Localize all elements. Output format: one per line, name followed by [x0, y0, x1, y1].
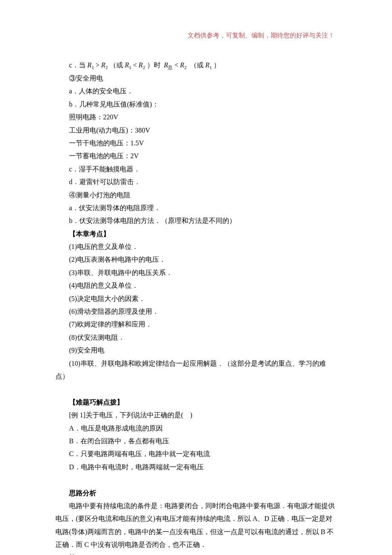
blank-line-2 [55, 474, 337, 486]
keypoint-8: (8)伏安法测电阻． [55, 331, 337, 344]
keypoint-5: (5)决定电阻大小的因素． [55, 292, 337, 305]
equation-line-c: c．当 R1 > R2 （或 R1 < R2 ）时 R总 < R2 （或 R1 … [55, 59, 337, 72]
line-lighting: 照明电路：220V [55, 111, 337, 124]
analysis-body: 电路中要有持续电流的条件是：电路要闭合，同时闭合电路中要有电源．有电源才能提供电… [55, 500, 337, 552]
eq-close1: ）时 [147, 61, 161, 69]
keypoint-10-text: (10)串联、并联电路和欧姆定律结合一起应用解题．（这部分是考试的重点、学习的难… [55, 360, 326, 380]
example-1-option-c: C．只要电路两端有电压，电路中就一定有电流 [55, 448, 337, 460]
keypoint-10: (10)串联、并联电路和欧姆定律结合一起应用解题．（这部分是考试的重点、学习的难… [55, 357, 337, 383]
line-3a: a．人体的安全电压． [55, 85, 337, 98]
keypoint-1: (1)电压的意义及单位． [55, 240, 337, 253]
keypoints-title: 【本章考点】 [55, 228, 337, 240]
eq-or1: （或 [110, 61, 123, 69]
hard-problems-title: 【难题巧解点拨】 [55, 396, 337, 409]
line-3c: c．湿手不能触摸电器． [55, 163, 337, 176]
line-3b: b．几种常见电压值(标准值)： [55, 98, 337, 111]
eq-rtot-lt-r2: R总 < R2 [164, 61, 187, 69]
keypoint-4: (4)电阻的意义及单位． [55, 279, 337, 292]
line-3d: d．避雷针可以防雷击． [55, 176, 337, 188]
content-body: c．当 R1 > R2 （或 R1 < R2 ）时 R总 < R2 （或 R1 … [55, 59, 337, 555]
eq-close2: ） [213, 61, 220, 69]
header-note: 文档供参考，可复制、编制，期待您的好评与关注！ [55, 30, 337, 42]
eq-r1-lt-r2: R1 < R2 [125, 61, 145, 69]
line-industrial: 工业用电(动力电压)：380V [55, 124, 337, 137]
line-4b: b．伏安法测导体电阻的方法．（原理和方法是不同的） [55, 214, 337, 227]
eq-or2: （或 [190, 61, 204, 69]
example-1-option-d: D．电路中有电流时，电路两端就一定有电压 [55, 461, 337, 474]
keypoint-3: (3)串联、并联电路中的电压关系． [55, 266, 337, 279]
eq-prefix: c．当 [69, 61, 86, 69]
section-4-title: ④测量小灯泡的电阻 [55, 189, 337, 202]
line-dry-cell: 一节干电池的电压：1.5V [55, 137, 337, 150]
example-1-question: [例 1]关于电压，下列说法中正确的是( ) [55, 409, 337, 422]
section-3-title: ③安全用电 [55, 72, 337, 85]
line-4a: a．伏安法测导体的电阻原理． [55, 202, 337, 214]
answer-line: 答：A、D [55, 551, 337, 555]
keypoint-7: (7)欧姆定律的理解和应用． [55, 318, 337, 331]
example-1-option-b: B．在闭合回路中，各点都有电压 [55, 435, 337, 448]
keypoint-9: (9)安全用电 [55, 344, 337, 357]
eq-r1: R1 [205, 61, 212, 69]
keypoint-6: (6)滑动变阻器的原理及使用． [55, 305, 337, 318]
analysis-title: 思路分析 [55, 487, 337, 500]
blank-line [55, 383, 337, 396]
eq-r1-gt-r2: R1 > R2 [87, 61, 108, 69]
example-1-option-a: A．电压是电路形成电流的原因 [55, 422, 337, 435]
keypoint-2: (2)电压表测各种电路中的电压． [55, 253, 337, 266]
line-storage-cell: 一节蓄电池的电压：2V [55, 150, 337, 162]
document-page: 文档供参考，可复制、编制，期待您的好评与关注！ c．当 R1 > R2 （或 R… [0, 0, 392, 555]
